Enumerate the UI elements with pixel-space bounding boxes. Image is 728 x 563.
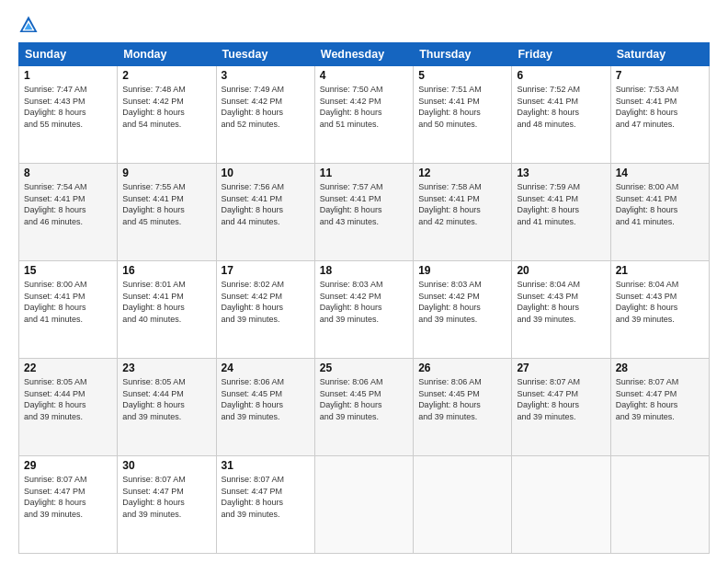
calendar-cell: 21 Sunrise: 8:04 AMSunset: 4:43 PMDaylig… bbox=[610, 261, 709, 359]
day-info: Sunrise: 8:07 AMSunset: 4:47 PMDaylight:… bbox=[24, 474, 112, 520]
calendar-cell: 6 Sunrise: 7:52 AMSunset: 4:41 PMDayligh… bbox=[512, 66, 610, 164]
calendar-cell: 23 Sunrise: 8:05 AMSunset: 4:44 PMDaylig… bbox=[118, 359, 216, 456]
page: SundayMondayTuesdayWednesdayThursdayFrid… bbox=[0, 0, 728, 563]
calendar-cell: 13 Sunrise: 7:59 AMSunset: 4:41 PMDaylig… bbox=[512, 164, 610, 261]
day-number: 10 bbox=[222, 167, 310, 179]
day-number: 29 bbox=[24, 459, 112, 472]
day-info: Sunrise: 7:48 AMSunset: 4:42 PMDaylight:… bbox=[122, 84, 210, 130]
day-number: 6 bbox=[517, 69, 605, 82]
day-number: 11 bbox=[320, 167, 408, 179]
calendar-cell: 8 Sunrise: 7:54 AMSunset: 4:41 PMDayligh… bbox=[19, 164, 118, 261]
day-number: 20 bbox=[517, 264, 605, 277]
day-number: 15 bbox=[24, 264, 112, 277]
day-number: 28 bbox=[616, 362, 704, 374]
day-info: Sunrise: 8:07 AMSunset: 4:47 PMDaylight:… bbox=[517, 376, 605, 422]
day-number: 18 bbox=[320, 264, 408, 277]
calendar-cell: 18 Sunrise: 8:03 AMSunset: 4:42 PMDaylig… bbox=[314, 261, 413, 359]
day-number: 30 bbox=[122, 459, 210, 472]
day-info: Sunrise: 8:00 AMSunset: 4:41 PMDaylight:… bbox=[24, 279, 112, 325]
logo-icon bbox=[18, 15, 39, 35]
day-number: 17 bbox=[222, 264, 310, 277]
day-number: 1 bbox=[24, 69, 112, 82]
calendar-cell: 9 Sunrise: 7:55 AMSunset: 4:41 PMDayligh… bbox=[118, 164, 216, 261]
column-header-tuesday: Tuesday bbox=[216, 43, 314, 66]
calendar-cell: 10 Sunrise: 7:56 AMSunset: 4:41 PMDaylig… bbox=[216, 164, 314, 261]
day-number: 5 bbox=[418, 69, 506, 82]
column-header-monday: Monday bbox=[118, 43, 216, 66]
column-header-wednesday: Wednesday bbox=[314, 43, 413, 66]
calendar-cell: 5 Sunrise: 7:51 AMSunset: 4:41 PMDayligh… bbox=[414, 66, 512, 164]
day-number: 21 bbox=[616, 264, 704, 277]
day-number: 13 bbox=[517, 167, 605, 179]
day-number: 8 bbox=[24, 167, 112, 179]
week-row-4: 22 Sunrise: 8:05 AMSunset: 4:44 PMDaylig… bbox=[19, 359, 710, 456]
calendar-cell: 3 Sunrise: 7:49 AMSunset: 4:42 PMDayligh… bbox=[216, 66, 314, 164]
day-info: Sunrise: 7:50 AMSunset: 4:42 PMDaylight:… bbox=[320, 84, 408, 130]
week-row-5: 29 Sunrise: 8:07 AMSunset: 4:47 PMDaylig… bbox=[19, 456, 710, 554]
day-info: Sunrise: 8:07 AMSunset: 4:47 PMDaylight:… bbox=[222, 474, 310, 520]
day-info: Sunrise: 8:06 AMSunset: 4:45 PMDaylight:… bbox=[320, 376, 408, 422]
calendar-cell: 7 Sunrise: 7:53 AMSunset: 4:41 PMDayligh… bbox=[610, 66, 709, 164]
calendar-cell: 17 Sunrise: 8:02 AMSunset: 4:42 PMDaylig… bbox=[216, 261, 314, 359]
column-header-sunday: Sunday bbox=[19, 43, 118, 66]
day-info: Sunrise: 8:05 AMSunset: 4:44 PMDaylight:… bbox=[122, 376, 210, 422]
day-number: 3 bbox=[222, 69, 310, 82]
day-info: Sunrise: 7:54 AMSunset: 4:41 PMDaylight:… bbox=[24, 181, 112, 227]
calendar-cell: 31 Sunrise: 8:07 AMSunset: 4:47 PMDaylig… bbox=[216, 456, 314, 554]
day-info: Sunrise: 8:07 AMSunset: 4:47 PMDaylight:… bbox=[122, 474, 210, 520]
day-number: 22 bbox=[24, 362, 112, 374]
week-row-3: 15 Sunrise: 8:00 AMSunset: 4:41 PMDaylig… bbox=[19, 261, 710, 359]
day-info: Sunrise: 7:56 AMSunset: 4:41 PMDaylight:… bbox=[222, 181, 310, 227]
day-info: Sunrise: 8:04 AMSunset: 4:43 PMDaylight:… bbox=[517, 279, 605, 325]
column-header-saturday: Saturday bbox=[610, 43, 709, 66]
day-number: 7 bbox=[616, 69, 704, 82]
calendar-cell: 1 Sunrise: 7:47 AMSunset: 4:43 PMDayligh… bbox=[19, 66, 118, 164]
calendar-cell: 30 Sunrise: 8:07 AMSunset: 4:47 PMDaylig… bbox=[118, 456, 216, 554]
calendar-cell bbox=[610, 456, 709, 554]
day-number: 27 bbox=[517, 362, 605, 374]
day-info: Sunrise: 8:01 AMSunset: 4:41 PMDaylight:… bbox=[122, 279, 210, 325]
day-info: Sunrise: 7:53 AMSunset: 4:41 PMDaylight:… bbox=[616, 84, 704, 130]
calendar-cell: 22 Sunrise: 8:05 AMSunset: 4:44 PMDaylig… bbox=[19, 359, 118, 456]
day-number: 14 bbox=[616, 167, 704, 179]
day-number: 31 bbox=[222, 459, 310, 472]
header bbox=[18, 15, 710, 35]
calendar-cell: 19 Sunrise: 8:03 AMSunset: 4:42 PMDaylig… bbox=[414, 261, 512, 359]
calendar-cell: 11 Sunrise: 7:57 AMSunset: 4:41 PMDaylig… bbox=[314, 164, 413, 261]
calendar-cell: 12 Sunrise: 7:58 AMSunset: 4:41 PMDaylig… bbox=[414, 164, 512, 261]
day-info: Sunrise: 7:47 AMSunset: 4:43 PMDaylight:… bbox=[24, 84, 112, 130]
calendar-cell: 14 Sunrise: 8:00 AMSunset: 4:41 PMDaylig… bbox=[610, 164, 709, 261]
calendar-cell: 27 Sunrise: 8:07 AMSunset: 4:47 PMDaylig… bbox=[512, 359, 610, 456]
day-number: 16 bbox=[122, 264, 210, 277]
day-info: Sunrise: 8:07 AMSunset: 4:47 PMDaylight:… bbox=[616, 376, 704, 422]
day-info: Sunrise: 7:57 AMSunset: 4:41 PMDaylight:… bbox=[320, 181, 408, 227]
day-number: 4 bbox=[320, 69, 408, 82]
calendar-cell: 15 Sunrise: 8:00 AMSunset: 4:41 PMDaylig… bbox=[19, 261, 118, 359]
day-info: Sunrise: 8:04 AMSunset: 4:43 PMDaylight:… bbox=[616, 279, 704, 325]
day-number: 9 bbox=[122, 167, 210, 179]
day-info: Sunrise: 7:59 AMSunset: 4:41 PMDaylight:… bbox=[517, 181, 605, 227]
day-info: Sunrise: 8:02 AMSunset: 4:42 PMDaylight:… bbox=[222, 279, 310, 325]
calendar-cell bbox=[414, 456, 512, 554]
calendar-cell: 2 Sunrise: 7:48 AMSunset: 4:42 PMDayligh… bbox=[118, 66, 216, 164]
column-header-thursday: Thursday bbox=[414, 43, 512, 66]
day-info: Sunrise: 7:49 AMSunset: 4:42 PMDaylight:… bbox=[222, 84, 310, 130]
week-row-2: 8 Sunrise: 7:54 AMSunset: 4:41 PMDayligh… bbox=[19, 164, 710, 261]
calendar-cell: 25 Sunrise: 8:06 AMSunset: 4:45 PMDaylig… bbox=[314, 359, 413, 456]
day-info: Sunrise: 8:06 AMSunset: 4:45 PMDaylight:… bbox=[222, 376, 310, 422]
day-number: 12 bbox=[418, 167, 506, 179]
calendar-cell: 16 Sunrise: 8:01 AMSunset: 4:41 PMDaylig… bbox=[118, 261, 216, 359]
day-info: Sunrise: 7:52 AMSunset: 4:41 PMDaylight:… bbox=[517, 84, 605, 130]
day-info: Sunrise: 8:06 AMSunset: 4:45 PMDaylight:… bbox=[418, 376, 506, 422]
week-row-1: 1 Sunrise: 7:47 AMSunset: 4:43 PMDayligh… bbox=[19, 66, 710, 164]
day-number: 19 bbox=[418, 264, 506, 277]
calendar-cell: 28 Sunrise: 8:07 AMSunset: 4:47 PMDaylig… bbox=[610, 359, 709, 456]
day-number: 2 bbox=[122, 69, 210, 82]
calendar-cell: 26 Sunrise: 8:06 AMSunset: 4:45 PMDaylig… bbox=[414, 359, 512, 456]
logo bbox=[18, 15, 42, 35]
calendar-cell bbox=[314, 456, 413, 554]
day-info: Sunrise: 7:51 AMSunset: 4:41 PMDaylight:… bbox=[418, 84, 506, 130]
calendar-table: SundayMondayTuesdayWednesdayThursdayFrid… bbox=[18, 42, 710, 554]
day-info: Sunrise: 7:55 AMSunset: 4:41 PMDaylight:… bbox=[122, 181, 210, 227]
day-info: Sunrise: 8:03 AMSunset: 4:42 PMDaylight:… bbox=[418, 279, 506, 325]
